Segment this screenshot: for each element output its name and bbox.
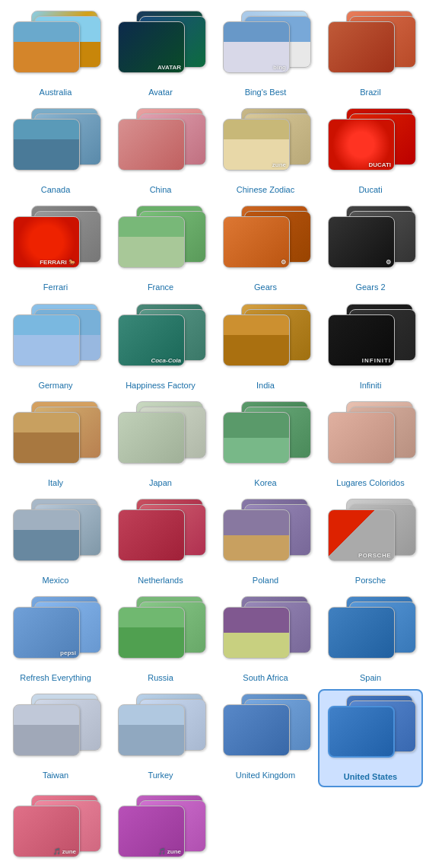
thumb-front [223, 704, 290, 756]
theme-item-australia[interactable]: Australia [3, 6, 108, 101]
item-label: Refresh Everything [20, 673, 91, 683]
thumb-stack [220, 499, 311, 571]
theme-item-russia[interactable]: Russia [108, 592, 213, 686]
item-label: Japan [149, 478, 172, 488]
logo-text: 🎵 zune [158, 848, 181, 855]
thumb-stack: 🎵 zune [115, 795, 206, 867]
theme-item-refresh[interactable]: pepsi Refresh Everything [3, 592, 108, 686]
thumb-stack [10, 11, 101, 83]
theme-item-france[interactable]: France [108, 201, 213, 295]
thumb-front [118, 412, 185, 464]
thumb-front [223, 509, 290, 561]
theme-item-gears2[interactable]: ⚙ Gears 2 [318, 201, 423, 295]
thumb-stack [325, 11, 416, 83]
thumb-stack [220, 401, 311, 474]
theme-item-canada[interactable]: Canada [3, 104, 108, 198]
item-label: Taiwan [43, 771, 68, 780]
theme-item-poland[interactable]: Poland [213, 494, 318, 589]
theme-item-ferrari[interactable]: FERRARI 🐎 Ferrari [3, 201, 108, 295]
thumb-front [13, 704, 80, 756]
item-label: Italy [48, 478, 63, 488]
thumb-stack [115, 108, 206, 180]
thumb-front: INFINITI [328, 314, 395, 366]
theme-item-spain[interactable]: Spain [318, 592, 423, 686]
thumb-front [13, 412, 80, 464]
thumb-stack [325, 596, 416, 669]
item-label: Netherlands [138, 576, 183, 586]
thumb-front: 🎵 zune [118, 806, 185, 857]
theme-item-gears[interactable]: ⚙ Gears [213, 201, 318, 295]
thumb-front [118, 119, 185, 171]
theme-item-korea[interactable]: Korea [213, 397, 318, 491]
thumb-front: PORSCHE [328, 509, 395, 561]
theme-item-china[interactable]: China [108, 104, 213, 198]
logo-text: Coca-Cola [151, 357, 181, 364]
item-label: Ducati [358, 185, 382, 195]
item-label: Turkey [148, 771, 173, 780]
theme-item-porsche[interactable]: PORSCHE Porsche [318, 494, 423, 589]
theme-item-mexico[interactable]: Mexico [3, 494, 108, 589]
item-label: Russia [148, 673, 173, 683]
thumb-front: pepsi [13, 607, 80, 659]
thumb-stack: ⚙ [325, 206, 416, 278]
item-label: Poland [253, 576, 278, 586]
theme-item-zunecharacters[interactable]: 🎵 zune Zune Characters [3, 790, 108, 869]
item-label: Australia [40, 88, 72, 97]
theme-item-italy[interactable]: Italy [3, 397, 108, 491]
item-label: Chinese Zodiac [237, 185, 294, 195]
logo-text: FERRARI 🐎 [40, 259, 76, 266]
logo-text: ⚙ [386, 259, 391, 266]
theme-item-netherlands[interactable]: Netherlands [108, 494, 213, 589]
theme-item-unitedstates[interactable]: United States [318, 689, 423, 787]
theme-item-lugares[interactable]: Lugares Coloridos [318, 397, 423, 491]
item-label: France [148, 282, 173, 292]
thumb-stack [325, 695, 416, 767]
thumb-front: Coca-Cola [118, 314, 185, 366]
thumb-front [223, 314, 290, 366]
thumb-stack [220, 304, 311, 376]
logo-text: bing [273, 64, 286, 71]
theme-item-happiness[interactable]: Coca-Cola Happiness Factory [108, 299, 213, 394]
thumb-front: zune [223, 119, 290, 171]
logo-text: pepsi [60, 649, 76, 656]
item-label: Porsche [355, 576, 386, 586]
item-label: Ferrari [43, 282, 68, 292]
theme-item-infiniti[interactable]: INFINITI Infiniti [318, 299, 423, 394]
thumb-stack [10, 108, 101, 180]
theme-grid: Australia AVATAR Avatar bing Bing's Best [0, 0, 426, 868]
theme-item-southafrica[interactable]: South Africa [213, 592, 318, 686]
theme-item-zuneelements[interactable]: 🎵 zune Zune Elements [108, 790, 213, 869]
item-label: India [256, 381, 275, 391]
theme-item-bing[interactable]: bing Bing's Best [213, 6, 318, 101]
thumb-front [118, 216, 185, 268]
thumb-front [118, 704, 185, 756]
thumb-front: bing [223, 21, 290, 73]
item-label: United States [344, 772, 397, 782]
theme-item-brazil[interactable]: Brazil [318, 6, 423, 101]
theme-item-ducati[interactable]: DUCATI Ducati [318, 104, 423, 198]
thumb-stack [220, 694, 311, 766]
thumb-stack: pepsi [10, 596, 101, 669]
thumb-front: FERRARI 🐎 [13, 216, 80, 268]
theme-item-chinesezodiac[interactable]: zune Chinese Zodiac [213, 104, 318, 198]
thumb-front: AVATAR [118, 21, 185, 73]
theme-item-unitedkingdom[interactable]: United Kingdom [213, 689, 318, 787]
logo-text: DUCATI [368, 161, 391, 168]
thumb-front: ⚙ [223, 216, 290, 268]
thumb-stack [10, 304, 101, 376]
theme-item-turkey[interactable]: Turkey [108, 689, 213, 787]
thumb-stack [10, 401, 101, 474]
thumb-stack: PORSCHE [325, 499, 416, 571]
logo-text: zune [272, 161, 286, 168]
thumb-stack: ⚙ [220, 206, 311, 278]
theme-item-taiwan[interactable]: Taiwan [3, 689, 108, 787]
item-label: Spain [360, 673, 381, 683]
thumb-front [13, 314, 80, 366]
theme-item-avatar[interactable]: AVATAR Avatar [108, 6, 213, 101]
theme-item-germany[interactable]: Germany [3, 299, 108, 394]
theme-item-japan[interactable]: Japan [108, 397, 213, 491]
item-label: Infiniti [360, 381, 382, 391]
thumb-front: ⚙ [328, 216, 395, 268]
thumb-front [118, 607, 185, 659]
theme-item-india[interactable]: India [213, 299, 318, 394]
